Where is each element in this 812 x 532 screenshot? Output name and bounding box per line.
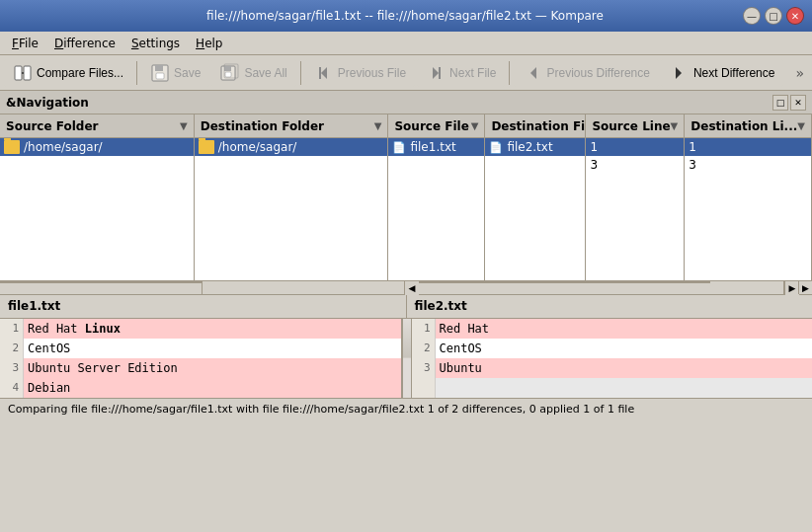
nav-close-button[interactable]: ✕ [790,95,806,111]
source-folder-body[interactable]: /home/sagar/ [0,138,194,280]
diff-right-linenum-1: 1 [412,319,436,339]
folder-icon [4,140,20,154]
diff-left-linenum-4: 4 [0,378,24,398]
diff-content: 1 Red Hat Linux 2 CentOS 3 Ubuntu Server… [0,319,812,398]
diff-right-line-4 [412,378,813,398]
toolbar-overflow[interactable]: » [791,63,808,83]
dest-line-header[interactable]: Destination Li... ▼ [685,114,811,138]
source-file-sort-icon: ▼ [471,120,479,131]
dest-folder-item[interactable]: /home/sagar/ [195,138,388,156]
diff-right-content-2: CentOS [436,339,813,358]
dest-line-item-2[interactable]: 3 [685,156,811,174]
minimize-button[interactable]: — [743,7,761,25]
save-button[interactable]: Save [141,59,209,87]
diff-right-line-1: 1 Red Hat [412,319,813,339]
diff-left-line-3: 3 Ubuntu Server Edition [0,358,401,378]
svg-marker-12 [433,67,439,79]
diff-left-header: file1.txt [0,295,407,318]
svg-marker-14 [530,67,536,79]
files-hscroll[interactable] [419,281,784,294]
diff-splitter[interactable] [402,319,412,398]
save-icon [150,63,170,83]
maximize-button[interactable]: □ [765,7,782,25]
source-line-item-2[interactable]: 3 [586,156,684,174]
dest-folder-body[interactable]: /home/sagar/ [195,138,388,280]
source-file-item[interactable]: 📄 file1.txt [388,138,484,156]
dest-file-body[interactable]: 📄 file2.txt [485,138,585,280]
prev-file-button[interactable]: Previous File [305,59,415,87]
scroll-left-arrow[interactable]: ◀ [405,281,419,295]
nav-hscroll: ◀ ▶ ▶ [0,280,812,294]
prev-diff-button[interactable]: Previous Difference [514,59,659,87]
source-folder-hscroll[interactable] [0,281,203,294]
titlebar-title: file:///home/sagar/file1.txt -- file:///… [67,9,743,23]
scroll-right-btn[interactable]: ▶ [798,281,812,294]
next-file-label: Next File [449,66,496,80]
titlebar: file:///home/sagar/file1.txt -- file:///… [0,0,812,32]
dest-file-item[interactable]: 📄 file2.txt [485,138,585,156]
toolbar: Compare Files... Save Save All Previous … [0,55,812,91]
source-line-body[interactable]: 1 3 [586,138,684,280]
svg-marker-10 [321,67,327,79]
toolbar-separator-1 [136,61,137,85]
next-file-button[interactable]: Next File [417,59,505,87]
source-file-body[interactable]: 📄 file1.txt [388,138,484,280]
menu-help[interactable]: Help [188,35,230,52]
diff-left-line-2: 2 CentOS [0,339,401,358]
next-diff-icon [670,63,690,83]
svg-rect-0 [15,66,22,80]
dest-folder-column: Destination Folder ▼ /home/sagar/ [195,114,389,280]
diff-right-linenum-3: 3 [412,358,436,378]
scroll-right-btn-arrow[interactable]: ▶ [799,281,812,294]
nav-header-title: &Navigation [6,96,89,110]
nav-header: &Navigation □ ✕ [0,91,812,114]
diff-right-line-2: 2 CentOS [412,339,813,358]
dest-line-sort-icon: ▼ [797,120,805,131]
dest-folder-icon [199,140,214,154]
nav-float-button[interactable]: □ [772,95,788,111]
files-hscroll-thumb[interactable] [419,281,710,283]
scroll-right-arrow[interactable]: ▶ [785,281,799,295]
diff-right-pane[interactable]: 1 Red Hat 2 CentOS 3 Ubuntu [412,319,813,398]
source-folder-header[interactable]: Source Folder ▼ [0,114,194,138]
menu-settings[interactable]: Settings [123,35,188,52]
close-button[interactable]: ✕ [786,7,804,25]
diff-left-linenum-2: 2 [0,339,24,358]
dest-file-header[interactable]: Destination Fil... ▼ [485,114,585,138]
next-diff-button[interactable]: Next Difference [661,59,783,87]
dest-line-body[interactable]: 1 3 [685,138,811,280]
dest-line-column: Destination Li... ▼ 1 3 [685,114,812,280]
scroll-corner-left: ◀ [405,281,419,294]
dest-file-icon: 📄 [489,141,503,154]
menu-difference[interactable]: Difference [46,35,123,52]
svg-rect-5 [156,73,164,79]
source-folder-item[interactable]: /home/sagar/ [0,138,194,156]
diff-left-pane[interactable]: 1 Red Hat Linux 2 CentOS 3 Ubuntu Server… [0,319,402,398]
svg-marker-15 [676,67,682,79]
diff-left-linenum-3: 3 [0,358,24,378]
save-all-button[interactable]: Save All [211,59,295,87]
svg-rect-7 [224,66,231,71]
toolbar-separator-2 [300,61,301,85]
dest-line-item-1[interactable]: 1 [685,138,811,156]
prev-diff-icon [523,63,542,83]
diff-left-content-1: Red Hat Linux [24,319,401,339]
titlebar-controls: — □ ✕ [743,7,804,25]
source-file-column: Source File ▼ 📄 file1.txt [388,114,485,280]
save-all-icon [220,63,240,83]
source-line-item-1[interactable]: 1 [586,138,684,156]
source-line-header[interactable]: Source Line ▼ [586,114,684,138]
svg-rect-4 [155,65,163,71]
compare-files-label: Compare Files... [37,66,123,80]
diff-right-linenum-2: 2 [412,339,436,358]
source-folder-hscroll-thumb[interactable] [0,281,202,283]
diff-right-content-3: Ubuntu [436,358,813,378]
source-file-header[interactable]: Source File ▼ [388,114,484,138]
scroll-corner-right: ▶ [784,281,798,294]
diff-area: file1.txt file2.txt 1 Red Hat Linux 2 Ce… [0,295,812,398]
compare-files-button[interactable]: Compare Files... [4,59,132,87]
dest-folder-header[interactable]: Destination Folder ▼ [195,114,388,138]
menu-file[interactable]: FFile [4,35,46,52]
dest-folder-hscroll[interactable] [203,281,405,294]
diff-left-content-2: CentOS [24,339,401,358]
